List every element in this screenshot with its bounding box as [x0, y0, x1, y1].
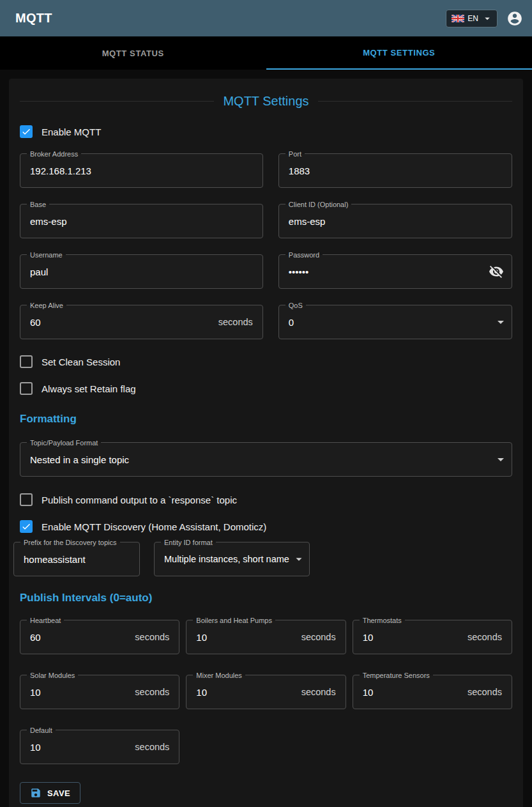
interval-solar-field[interactable]: Solar Modules 10 seconds	[20, 675, 179, 709]
chevron-down-icon[interactable]	[493, 314, 508, 330]
toggle-password-visibility-button[interactable]	[489, 264, 504, 279]
field-suffix: seconds	[135, 730, 169, 764]
tab-mqtt-status[interactable]: MQTT STATUS	[0, 36, 266, 70]
checkbox-label: Set Clean Session	[42, 357, 120, 367]
save-button-label: SAVE	[47, 788, 70, 798]
field-value: ems-esp	[30, 204, 67, 238]
publish-response-row: Publish command output to a `response` t…	[20, 493, 512, 506]
field-value: ••••••	[289, 255, 309, 288]
save-button[interactable]: SAVE	[20, 782, 80, 804]
client-id-field[interactable]: Client ID (Optional) ems-esp	[278, 204, 512, 238]
formatting-heading: Formatting	[20, 413, 512, 426]
field-value: 192.168.1.213	[30, 154, 91, 187]
interval-mixer-field[interactable]: Mixer Modules 10 seconds	[186, 675, 346, 709]
check-icon	[21, 521, 31, 532]
topic-payload-format-select[interactable]: Topic/Payload Format Nested in a single …	[20, 442, 512, 477]
account-circle-icon	[506, 10, 523, 27]
keep-alive-field[interactable]: Keep Alive 60 seconds	[20, 305, 263, 339]
chevron-down-icon	[482, 13, 493, 24]
field-suffix: seconds	[301, 675, 336, 709]
checkbox-label: Always set Retain flag	[42, 383, 136, 394]
publish-intervals-heading: Publish Intervals (0=auto)	[20, 592, 512, 604]
interval-temperature-sensors-field[interactable]: Temperature Sensors 10 seconds	[353, 675, 512, 709]
field-suffix: seconds	[467, 675, 502, 709]
field-suffix: seconds	[218, 305, 253, 339]
field-value: 10	[363, 675, 374, 709]
divider	[318, 101, 512, 102]
checkbox-label: Enable MQTT Discovery (Home Assistant, D…	[42, 521, 266, 532]
chevron-down-icon[interactable]	[493, 452, 508, 467]
interval-thermostats-field[interactable]: Thermostats 10 seconds	[353, 620, 512, 654]
field-value: ems-esp	[289, 204, 326, 238]
field-suffix: seconds	[135, 620, 169, 654]
page-title-text: MQTT Settings	[223, 94, 308, 109]
checkbox-label: Publish command output to a `response` t…	[42, 495, 237, 505]
mqtt-discovery-row: Enable MQTT Discovery (Home Assistant, D…	[20, 520, 512, 533]
field-value: 10	[30, 675, 41, 709]
clean-session-checkbox[interactable]	[20, 355, 33, 368]
field-value: 10	[363, 620, 374, 654]
qos-select[interactable]: QoS 0	[278, 305, 512, 339]
publish-response-checkbox[interactable]	[20, 493, 33, 506]
page-title: MQTT Settings	[20, 94, 512, 109]
field-value: 10	[196, 620, 207, 654]
port-field[interactable]: Port 1883	[278, 153, 512, 188]
field-suffix: seconds	[301, 620, 336, 654]
interval-boilers-field[interactable]: Boilers and Heat Pumps 10 seconds	[186, 620, 346, 654]
mqtt-discovery-checkbox[interactable]	[20, 520, 33, 533]
tab-bar: MQTT STATUS MQTT SETTINGS	[0, 36, 532, 70]
retain-flag-row: Always set Retain flag	[20, 382, 512, 395]
uk-flag-icon	[452, 15, 464, 22]
broker-address-field[interactable]: Broker Address 192.168.1.213	[20, 153, 263, 188]
app-bar: MQTT EN	[0, 0, 532, 36]
field-value: 0	[289, 305, 294, 339]
chevron-down-icon[interactable]	[292, 552, 306, 566]
base-field[interactable]: Base ems-esp	[20, 204, 263, 238]
interval-default-field[interactable]: Default 10 seconds	[20, 730, 179, 764]
password-field[interactable]: Password ••••••	[278, 254, 512, 289]
field-value: Nested in a single topic	[30, 443, 129, 476]
username-field[interactable]: Username paul	[20, 254, 263, 289]
app-title: MQTT	[15, 11, 52, 26]
clean-session-row: Set Clean Session	[20, 355, 512, 368]
field-suffix: seconds	[135, 675, 169, 709]
divider	[20, 101, 214, 102]
field-value: 1883	[289, 154, 310, 187]
tab-mqtt-settings[interactable]: MQTT SETTINGS	[266, 36, 532, 70]
field-value: 60	[30, 305, 41, 339]
field-value: 60	[30, 620, 41, 654]
field-suffix: seconds	[467, 620, 502, 654]
settings-card: MQTT Settings Enable MQTT Broker Address…	[9, 79, 523, 807]
field-value: 10	[30, 730, 41, 764]
retain-flag-checkbox[interactable]	[20, 382, 33, 395]
checkbox-label: Enable MQTT	[42, 127, 101, 137]
discovery-prefix-field[interactable]: Prefix for the Discovery topics homeassi…	[13, 542, 140, 576]
enable-mqtt-checkbox[interactable]	[20, 125, 33, 138]
account-button[interactable]	[506, 10, 523, 27]
visibility-off-icon	[489, 264, 504, 279]
save-icon	[30, 787, 42, 799]
entity-id-format-select[interactable]: Entity ID format Multiple instances, sho…	[154, 542, 310, 576]
field-value: paul	[30, 255, 48, 288]
language-label: EN	[467, 14, 478, 23]
field-value: Multiple instances, short name	[164, 542, 289, 576]
field-value: homeassistant	[24, 542, 86, 576]
field-value: 10	[196, 675, 207, 709]
enable-mqtt-row: Enable MQTT	[20, 125, 512, 138]
check-icon	[21, 127, 31, 137]
interval-heartbeat-field[interactable]: Heartbeat 60 seconds	[20, 620, 179, 654]
language-selector-button[interactable]: EN	[446, 10, 498, 27]
